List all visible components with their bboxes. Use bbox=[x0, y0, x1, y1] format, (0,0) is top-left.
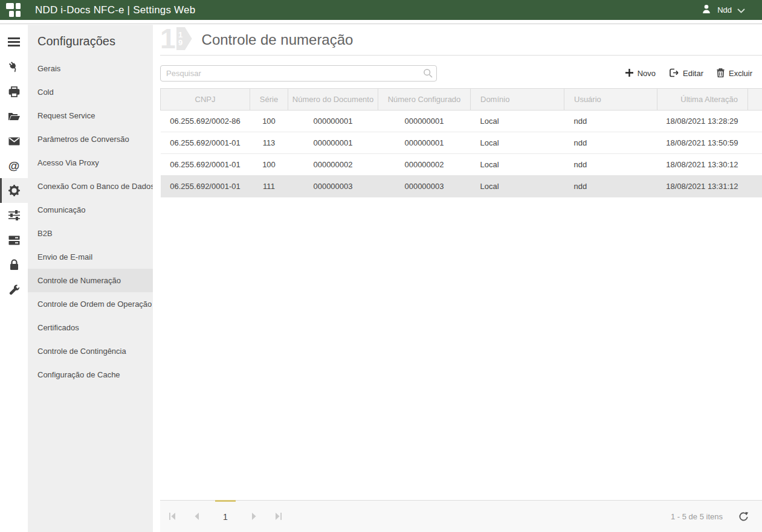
pager: 1 1 - 5 de 5 itens bbox=[160, 500, 762, 532]
sidebar-item-parametros-conversao[interactable]: Parâmetros de Conversão bbox=[28, 127, 153, 151]
cell-dominio: Local bbox=[471, 111, 564, 132]
sidebar-item-certificados[interactable]: Certificados bbox=[28, 316, 153, 339]
column-header-ultima-alteracao[interactable]: Última Alteração bbox=[657, 89, 748, 111]
printer-icon[interactable] bbox=[0, 79, 28, 104]
user-name: Ndd bbox=[717, 5, 732, 14]
chevron-down-icon bbox=[737, 5, 745, 16]
numbering-icon: 1 19 bbox=[160, 25, 192, 54]
user-icon bbox=[701, 4, 712, 17]
toolbar: Novo Editar Excluir bbox=[160, 65, 762, 82]
cell-filler bbox=[748, 154, 762, 176]
cell-usuario: ndd bbox=[564, 176, 657, 197]
lock-icon[interactable] bbox=[0, 252, 28, 277]
table-row[interactable]: 06.255.692/0001-01 100 000000002 0000000… bbox=[161, 154, 762, 176]
sidebar-heading: Configurações bbox=[28, 25, 153, 57]
sidebar-item-envio-email[interactable]: Envio de E-mail bbox=[28, 245, 153, 269]
column-header-numero-configurado[interactable]: Número Configurado bbox=[378, 89, 471, 111]
column-header-filler bbox=[748, 89, 762, 111]
app-title: NDD i-Docs NFC-e | Settings Web bbox=[35, 4, 195, 16]
previous-page-icon[interactable] bbox=[192, 511, 202, 522]
cell-numero-documento: 000000001 bbox=[288, 132, 378, 154]
cell-numero-configurado: 000000002 bbox=[378, 154, 471, 176]
cell-ultima-alteracao: 18/08/2021 13:50:59 bbox=[657, 132, 748, 154]
cell-ultima-alteracao: 18/08/2021 13:28:29 bbox=[657, 111, 748, 132]
settings-sidebar: Configurações Gerais Cold Request Servic… bbox=[28, 25, 153, 532]
sidebar-item-cold[interactable]: Cold bbox=[28, 80, 153, 104]
sidebar-item-comunicacao[interactable]: Comunicação bbox=[28, 198, 153, 222]
cell-serie: 100 bbox=[250, 154, 288, 176]
search-input[interactable] bbox=[160, 65, 437, 82]
folder-open-icon[interactable] bbox=[0, 104, 28, 129]
column-header-numero-documento[interactable]: Número do Documento bbox=[288, 89, 378, 111]
sidebar-item-request-service[interactable]: Request Service bbox=[28, 104, 153, 127]
cell-filler bbox=[748, 111, 762, 132]
cell-serie: 100 bbox=[250, 111, 288, 132]
cell-dominio: Local bbox=[471, 132, 564, 154]
sidebar-item-gerais[interactable]: Gerais bbox=[28, 57, 153, 80]
search-box bbox=[160, 65, 437, 82]
search-icon[interactable] bbox=[423, 68, 433, 80]
cell-dominio: Local bbox=[471, 176, 564, 197]
edit-button[interactable]: Editar bbox=[669, 68, 703, 79]
sidebar-item-acesso-proxy[interactable]: Acesso Via Proxy bbox=[28, 151, 153, 175]
gear-icon[interactable] bbox=[0, 178, 28, 203]
sidebar-item-controle-contingencia[interactable]: Controle de Contingência bbox=[28, 339, 153, 363]
page-number[interactable]: 1 bbox=[215, 500, 236, 532]
trash-icon bbox=[717, 68, 725, 79]
plug-icon[interactable] bbox=[0, 54, 28, 79]
pager-info: 1 - 5 de 5 itens bbox=[671, 512, 723, 521]
sidebar-item-conexao-banco[interactable]: Conexão Com o Banco de Dados bbox=[28, 175, 153, 198]
column-header-usuario[interactable]: Usuário bbox=[564, 89, 657, 111]
app-logo-icon[interactable] bbox=[6, 3, 24, 18]
cell-numero-documento: 000000002 bbox=[288, 154, 378, 176]
at-sign-icon[interactable]: @ bbox=[0, 153, 28, 178]
wrench-icon[interactable] bbox=[0, 277, 28, 302]
cell-numero-configurado: 000000001 bbox=[378, 132, 471, 154]
table-header-row: CNPJ Série Número do Documento Número Co… bbox=[161, 89, 762, 111]
cell-numero-configurado: 000000003 bbox=[378, 176, 471, 197]
last-page-icon[interactable] bbox=[273, 511, 283, 522]
cell-cnpj: 06.255.692/0001-01 bbox=[161, 176, 250, 197]
column-header-serie[interactable]: Série bbox=[250, 89, 288, 111]
cell-serie: 113 bbox=[250, 132, 288, 154]
user-menu[interactable]: Ndd bbox=[701, 4, 745, 17]
cell-cnpj: 06.255.692/0001-01 bbox=[161, 132, 250, 154]
table-row[interactable]: 06.255.692/0002-86 100 000000001 0000000… bbox=[161, 111, 762, 132]
cell-numero-documento: 000000001 bbox=[288, 111, 378, 132]
sidebar-item-controle-ordem-operacao[interactable]: Controle de Ordem de Operação bbox=[28, 292, 153, 316]
edit-arrow-icon bbox=[669, 68, 679, 79]
cell-usuario: ndd bbox=[564, 132, 657, 154]
page-header: 1 19 Controle de numeração bbox=[160, 25, 762, 56]
sidebar-item-b2b[interactable]: B2B bbox=[28, 222, 153, 245]
next-page-icon[interactable] bbox=[249, 511, 259, 522]
cell-ultima-alteracao: 18/08/2021 13:30:12 bbox=[657, 154, 748, 176]
cell-dominio: Local bbox=[471, 154, 564, 176]
main-content: 1 19 Controle de numeração Novo Editar bbox=[153, 25, 762, 532]
sidebar-item-configuracao-cache[interactable]: Configuração de Cache bbox=[28, 363, 153, 386]
icon-rail: @ bbox=[0, 25, 28, 532]
cell-cnpj: 06.255.692/0001-01 bbox=[161, 154, 250, 176]
refresh-icon[interactable] bbox=[738, 511, 749, 522]
cell-cnpj: 06.255.692/0002-86 bbox=[161, 111, 250, 132]
server-icon[interactable] bbox=[0, 228, 28, 252]
envelope-icon[interactable] bbox=[0, 129, 28, 153]
new-button[interactable]: Novo bbox=[625, 68, 656, 79]
cell-usuario: ndd bbox=[564, 111, 657, 132]
table-row[interactable]: 06.255.692/0001-01 113 000000001 0000000… bbox=[161, 132, 762, 154]
sliders-icon[interactable] bbox=[0, 203, 28, 228]
first-page-icon[interactable] bbox=[168, 511, 178, 522]
sidebar-item-controle-numeracao[interactable]: Controle de Numeração bbox=[28, 269, 153, 292]
column-header-cnpj[interactable]: CNPJ bbox=[161, 89, 250, 111]
cell-filler bbox=[748, 176, 762, 197]
menu-icon[interactable] bbox=[0, 30, 28, 54]
action-buttons: Novo Editar Excluir bbox=[625, 68, 752, 79]
table-row-selected[interactable]: 06.255.692/0001-01 111 000000003 0000000… bbox=[161, 176, 762, 197]
top-bar: NDD i-Docs NFC-e | Settings Web Ndd bbox=[0, 0, 762, 20]
numbering-table: CNPJ Série Número do Documento Número Co… bbox=[160, 88, 762, 197]
cell-numero-documento: 000000003 bbox=[288, 176, 378, 197]
column-header-dominio[interactable]: Domínio bbox=[471, 89, 564, 111]
plus-icon bbox=[625, 69, 633, 79]
topbar-divider bbox=[0, 20, 762, 24]
delete-button[interactable]: Excluir bbox=[717, 68, 752, 79]
cell-ultima-alteracao: 18/08/2021 13:31:12 bbox=[657, 176, 748, 197]
